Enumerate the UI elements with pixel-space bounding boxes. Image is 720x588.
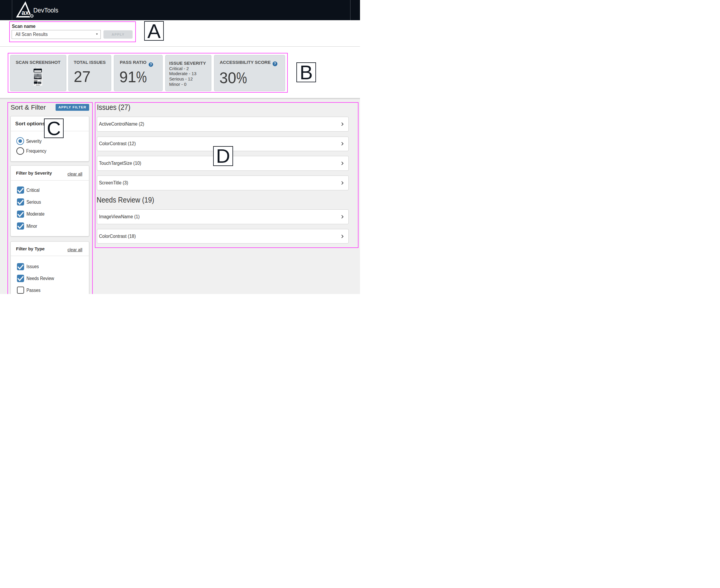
svg-text:ax: ax [22,9,29,16]
